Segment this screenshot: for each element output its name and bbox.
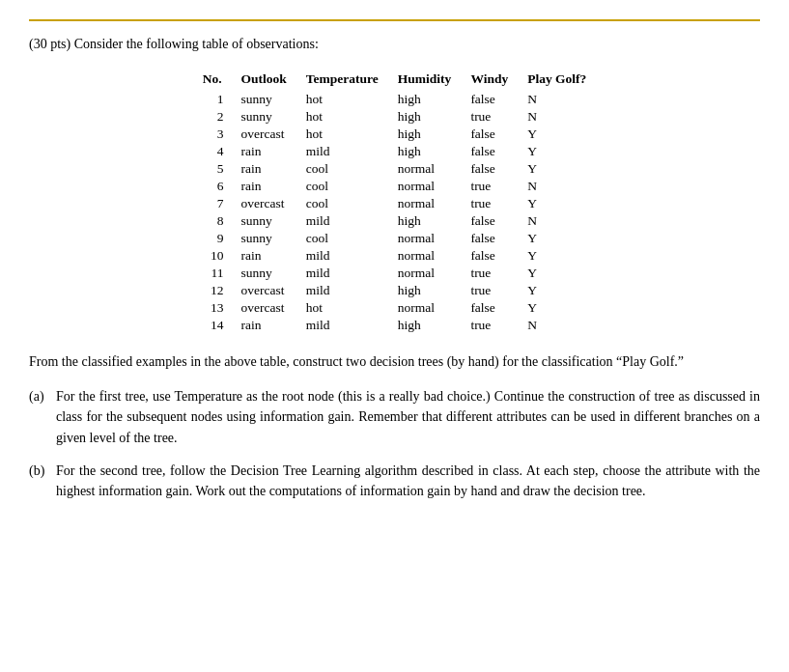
table-cell: N <box>518 91 596 108</box>
table-header-cell: Windy <box>461 70 518 91</box>
table-cell: cool <box>296 195 388 212</box>
table-cell: Y <box>518 247 596 265</box>
table-cell: normal <box>388 247 462 265</box>
table-cell: 3 <box>193 126 232 143</box>
part-content: For the second tree, follow the Decision… <box>56 461 760 502</box>
table-cell: false <box>461 299 518 317</box>
table-cell: false <box>461 143 518 160</box>
table-cell: false <box>461 160 518 178</box>
table-cell: 14 <box>193 317 232 334</box>
table-header-cell: Humidity <box>388 70 462 91</box>
table-cell: sunny <box>232 265 296 282</box>
table-header-cell: Play Golf? <box>518 70 596 91</box>
table-cell: false <box>461 247 518 265</box>
table-cell: true <box>461 317 518 334</box>
part-label: (a) <box>29 386 56 407</box>
table-cell: hot <box>296 91 388 108</box>
table-cell: overcast <box>232 282 296 299</box>
table-cell: true <box>461 178 518 195</box>
table-cell: Y <box>518 126 596 143</box>
table-cell: rain <box>232 178 296 195</box>
table-cell: true <box>461 108 518 126</box>
table-cell: rain <box>232 160 296 178</box>
table-cell: false <box>461 126 518 143</box>
table-cell: sunny <box>232 108 296 126</box>
observations-table: No.OutlookTemperatureHumidityWindyPlay G… <box>193 70 597 334</box>
table-cell: true <box>461 282 518 299</box>
part-content: For the first tree, use Temperature as t… <box>56 386 760 449</box>
table-row: 3overcasthothighfalseY <box>193 126 597 143</box>
table-row: 6raincoolnormaltrueN <box>193 178 597 195</box>
table-cell: overcast <box>232 195 296 212</box>
table-cell: N <box>518 212 596 230</box>
table-cell: normal <box>388 265 462 282</box>
table-cell: mild <box>296 247 388 265</box>
table-cell: true <box>461 265 518 282</box>
table-cell: 12 <box>193 282 232 299</box>
table-cell: 7 <box>193 195 232 212</box>
parts-list: (a)For the first tree, use Temperature a… <box>29 386 760 502</box>
table-cell: high <box>388 143 462 160</box>
table-cell: cool <box>296 178 388 195</box>
table-header-cell: Temperature <box>296 70 388 91</box>
table-cell: true <box>461 195 518 212</box>
table-row: 1sunnyhothighfalseN <box>193 91 597 108</box>
table-cell: high <box>388 282 462 299</box>
table-row: 2sunnyhothightrueN <box>193 108 597 126</box>
table-container: No.OutlookTemperatureHumidityWindyPlay G… <box>29 70 760 334</box>
table-row: 14rainmildhightrueN <box>193 317 597 334</box>
table-cell: overcast <box>232 126 296 143</box>
table-cell: Y <box>518 230 596 247</box>
table-cell: high <box>388 212 462 230</box>
part-item: (b)For the second tree, follow the Decis… <box>29 461 760 502</box>
table-cell: normal <box>388 230 462 247</box>
table-cell: normal <box>388 299 462 317</box>
table-cell: normal <box>388 195 462 212</box>
table-cell: N <box>518 317 596 334</box>
table-cell: N <box>518 178 596 195</box>
table-cell: 1 <box>193 91 232 108</box>
table-cell: rain <box>232 317 296 334</box>
table-cell: N <box>518 108 596 126</box>
table-cell: hot <box>296 108 388 126</box>
table-cell: high <box>388 108 462 126</box>
table-cell: mild <box>296 317 388 334</box>
table-cell: Y <box>518 143 596 160</box>
table-cell: sunny <box>232 91 296 108</box>
table-cell: mild <box>296 282 388 299</box>
part-item: (a)For the first tree, use Temperature a… <box>29 386 760 449</box>
table-header-row: No.OutlookTemperatureHumidityWindyPlay G… <box>193 70 597 91</box>
table-row: 7overcastcoolnormaltrueY <box>193 195 597 212</box>
table-row: 11sunnymildnormaltrueY <box>193 265 597 282</box>
table-cell: high <box>388 126 462 143</box>
table-cell: hot <box>296 126 388 143</box>
table-cell: high <box>388 317 462 334</box>
table-cell: cool <box>296 160 388 178</box>
table-cell: mild <box>296 212 388 230</box>
table-header-cell: Outlook <box>232 70 296 91</box>
question-header: (30 pts) Consider the following table of… <box>29 37 760 52</box>
table-cell: Y <box>518 265 596 282</box>
table-cell: Y <box>518 282 596 299</box>
table-cell: 5 <box>193 160 232 178</box>
table-cell: 6 <box>193 178 232 195</box>
table-cell: rain <box>232 247 296 265</box>
table-cell: Y <box>518 299 596 317</box>
table-row: 13overcasthotnormalfalseY <box>193 299 597 317</box>
table-cell: false <box>461 212 518 230</box>
table-cell: 9 <box>193 230 232 247</box>
table-cell: rain <box>232 143 296 160</box>
table-cell: 13 <box>193 299 232 317</box>
table-cell: 11 <box>193 265 232 282</box>
table-cell: high <box>388 91 462 108</box>
table-cell: 8 <box>193 212 232 230</box>
table-cell: hot <box>296 299 388 317</box>
table-cell: overcast <box>232 299 296 317</box>
table-cell: Y <box>518 160 596 178</box>
body-text: From the classified examples in the abov… <box>29 351 760 373</box>
table-cell: cool <box>296 230 388 247</box>
table-cell: sunny <box>232 212 296 230</box>
table-row: 9sunnycoolnormalfalseY <box>193 230 597 247</box>
part-label: (b) <box>29 461 56 482</box>
table-row: 5raincoolnormalfalseY <box>193 160 597 178</box>
